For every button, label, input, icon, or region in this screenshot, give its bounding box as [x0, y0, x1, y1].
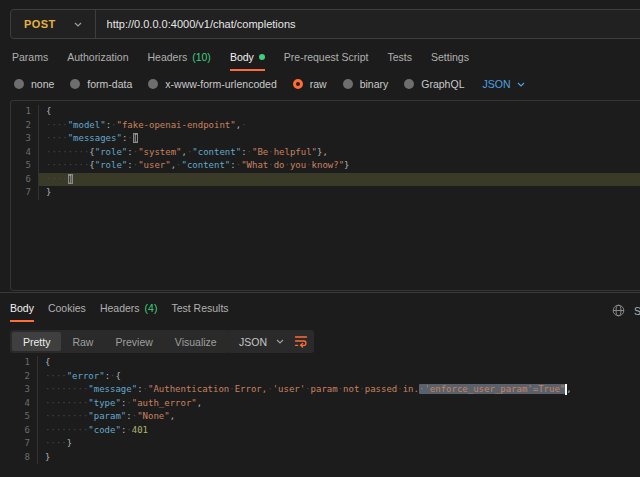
line-number: 5	[11, 159, 38, 173]
request-body-editor[interactable]: 1{2····"model":·"fake-openai-endpoint",·…	[10, 100, 640, 291]
tab-cookies[interactable]: Cookies	[48, 302, 86, 322]
code-line[interactable]: 8}	[10, 451, 640, 465]
whitespace-dots: ········	[45, 398, 88, 408]
body-type-form-data[interactable]: form-data	[70, 78, 132, 90]
request-url-bar: POST	[10, 9, 640, 39]
whitespace-dots: ·	[397, 384, 402, 394]
code-text[interactable]: ····"error":·{	[37, 370, 640, 384]
code-text[interactable]: ········"code":·401	[37, 424, 640, 438]
tab-pre-request-script[interactable]: Pre-request Script	[284, 51, 369, 71]
code-line[interactable]: 4········"type":·"auth_error",	[10, 397, 640, 411]
line-number: 7	[11, 186, 38, 200]
whitespace-dots: ····	[45, 438, 67, 448]
tab-settings[interactable]: Settings	[431, 51, 469, 71]
tab-body[interactable]: Body	[10, 302, 34, 322]
code-text[interactable]: ········"param":·"None",	[37, 410, 640, 424]
code-text[interactable]: {	[37, 356, 640, 370]
code-line[interactable]: 5········{"role":·"user",·"content":·"Wh…	[11, 159, 640, 173]
tab-authorization[interactable]: Authorization	[67, 51, 128, 71]
format-dropdown[interactable]: JSON	[482, 78, 524, 90]
code-line[interactable]: 3····"messages":·[	[11, 132, 640, 146]
tab-label: Headers	[147, 51, 187, 63]
code-text[interactable]: }	[38, 186, 640, 200]
response-header-right: S	[612, 304, 640, 317]
code-token: }	[67, 438, 72, 448]
code-line[interactable]: 1{	[10, 356, 640, 370]
body-type-binary[interactable]: binary	[343, 78, 389, 90]
response-view-switch: PrettyRawPreviewVisualize	[10, 330, 230, 353]
tab-body[interactable]: Body	[230, 51, 265, 71]
code-token: :·	[230, 160, 241, 170]
radio-label: binary	[360, 78, 389, 90]
whitespace-dots: ·	[419, 384, 424, 394]
radio-label: raw	[310, 78, 327, 90]
whitespace-dots: ····	[45, 371, 67, 381]
code-token: "model"	[68, 120, 106, 130]
code-token: "content"	[192, 147, 241, 157]
code-token: ········	[45, 398, 88, 408]
code-line[interactable]: 1{	[11, 105, 640, 119]
response-format-dropdown[interactable]: JSON	[228, 330, 295, 353]
whitespace-dots: ·	[284, 160, 289, 170]
view-pretty[interactable]: Pretty	[12, 332, 61, 351]
method-selector[interactable]: POST	[11, 10, 95, 38]
line-number: 7	[10, 437, 37, 451]
code-token: :·	[121, 398, 132, 408]
radio-group: noneform-datax-www-form-urlencodedrawbin…	[14, 78, 464, 90]
whitespace-dots: ········	[45, 384, 88, 394]
code-text[interactable]: }	[37, 451, 640, 465]
code-line[interactable]: 2····"model":·"fake-openai-endpoint",·	[11, 119, 640, 133]
code-line[interactable]: 7}	[11, 186, 640, 200]
tab-label: Headers	[100, 302, 140, 314]
status-text-clipped: S	[634, 305, 640, 317]
code-text[interactable]: ········{"role":·"system",·"content":·"B…	[38, 146, 640, 160]
radio-icon	[70, 79, 80, 89]
code-token: },	[317, 147, 328, 157]
body-type-x-www-form-urlencoded[interactable]: x-www-form-urlencoded	[148, 78, 276, 90]
code-line[interactable]: 2····"error":·{	[10, 370, 640, 384]
code-text[interactable]: ····}	[37, 437, 640, 451]
code-line[interactable]: 4········{"role":·"system",·"content":·"…	[11, 146, 640, 160]
tab-headers[interactable]: Headers(4)	[100, 302, 158, 322]
code-token: "fake-openai-endpoint"	[116, 120, 235, 130]
code-line[interactable]: 5········"param":·"None",	[10, 410, 640, 424]
code-token: 401	[132, 425, 148, 435]
whitespace-dots: ·	[338, 384, 343, 394]
url-input[interactable]	[96, 18, 640, 30]
code-token: ,	[197, 398, 202, 408]
tab-params[interactable]: Params	[12, 51, 48, 71]
whitespace-dots: ········	[46, 147, 89, 157]
code-text[interactable]: ····"messages":·[	[38, 132, 640, 146]
code-line[interactable]: 6····]	[11, 173, 640, 187]
code-text[interactable]: {	[38, 105, 640, 119]
tab-label: Test Results	[171, 302, 228, 314]
code-line[interactable]: 7····}	[10, 437, 640, 451]
view-preview[interactable]: Preview	[104, 332, 163, 351]
tab-test-results[interactable]: Test Results	[171, 302, 228, 322]
radio-icon	[404, 79, 414, 89]
wrap-text-button[interactable]	[288, 330, 314, 353]
code-text[interactable]: ········{"role":·"user",·"content":·"Wha…	[38, 159, 640, 173]
code-text[interactable]: ····"model":·"fake-openai-endpoint",·	[38, 119, 640, 133]
body-type-none[interactable]: none	[14, 78, 54, 90]
code-token: :·	[121, 425, 132, 435]
code-text[interactable]: ········"type":·"auth_error",	[37, 397, 640, 411]
code-text[interactable]: ········"message":·"Authentication·Error…	[37, 383, 640, 397]
code-line[interactable]: 6········"code":·401	[10, 424, 640, 438]
radio-label: form-data	[87, 78, 132, 90]
tab-tests[interactable]: Tests	[387, 51, 412, 71]
code-token: {	[45, 357, 50, 367]
globe-icon[interactable]	[612, 304, 625, 317]
view-visualize[interactable]: Visualize	[164, 332, 228, 351]
code-text[interactable]: ····]	[38, 173, 640, 187]
code-token: [	[133, 133, 138, 143]
body-type-graphql[interactable]: GraphQL	[404, 78, 464, 90]
response-body-editor[interactable]: 1{2····"error":·{3········"message":·"Au…	[10, 356, 640, 464]
code-line[interactable]: 3········"message":·"Authentication·Erro…	[10, 383, 640, 397]
tab-headers[interactable]: Headers(10)	[147, 51, 210, 71]
code-token: ····	[45, 371, 67, 381]
view-raw[interactable]: Raw	[61, 332, 104, 351]
whitespace-dots: ········	[45, 425, 88, 435]
body-type-raw[interactable]: raw	[293, 78, 327, 90]
tab-label: Authorization	[67, 51, 128, 63]
